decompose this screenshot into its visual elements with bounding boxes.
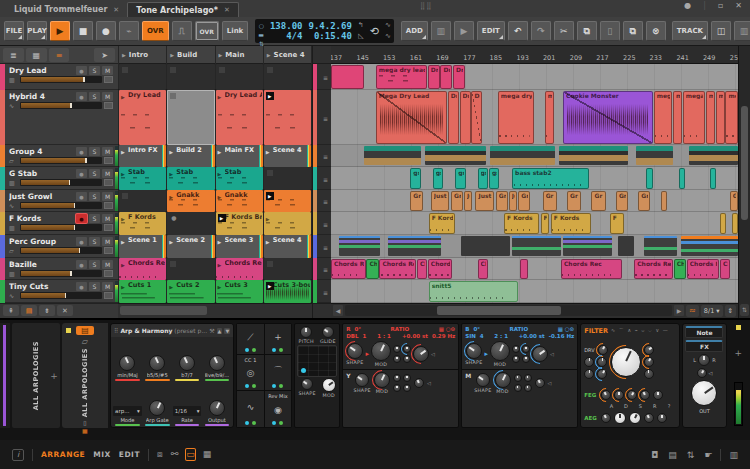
parameter-dropdown[interactable]: arp...▾ — [113, 406, 142, 416]
arranger-track-lane[interactable]: Mega Dry Lead Dr Dr Dr mega dry stilt m — [331, 90, 738, 145]
mute-button[interactable]: M — [102, 92, 113, 101]
solo-button[interactable]: S — [89, 66, 100, 75]
track-row[interactable]: Bazille S M ▥ — [0, 258, 118, 280]
clip-slot[interactable]: Chords Rec — [119, 258, 166, 280]
track-menu-icon[interactable]: ≡ — [323, 243, 328, 250]
arranger-clip[interactable]: F Kords — [429, 213, 455, 235]
aeg-knob[interactable] — [657, 413, 667, 423]
feg-knob[interactable] — [653, 390, 663, 400]
automation-write-button[interactable]: ⌁ — [119, 21, 139, 41]
clip-play-icon[interactable] — [218, 147, 222, 156]
clip-slot[interactable]: Scene 4 — [264, 235, 311, 258]
operator-ratio[interactable]: 2 : 1 — [488, 333, 515, 339]
clip-play-icon[interactable] — [121, 214, 125, 223]
clip-slot[interactable] — [264, 190, 311, 212]
sub-small-knob[interactable] — [514, 384, 522, 392]
maximize-icon[interactable]: ▫ — [718, 1, 723, 10]
arranger-clip[interactable]: Dr — [428, 65, 440, 90]
scrollbar-track[interactable] — [345, 305, 672, 316]
scene-launch-button[interactable]: Intro — [119, 46, 166, 64]
preset-down-icon[interactable]: ▼ — [224, 328, 230, 334]
clip-slot[interactable]: Stab — [216, 167, 263, 190]
arranger-clip[interactable]: Gr — [451, 191, 463, 212]
undo-button[interactable]: ↶ — [508, 21, 528, 41]
arranger-clip[interactable]: F Kords — [551, 213, 592, 235]
aeg-knob[interactable] — [601, 413, 611, 423]
clip-slot[interactable]: Build 2 — [167, 145, 214, 167]
arranger-clip[interactable]: gs — [433, 168, 444, 190]
controller-icon[interactable]: ⚯ — [171, 449, 179, 460]
clip-play-icon[interactable] — [218, 282, 222, 291]
volume-slider[interactable] — [20, 102, 102, 109]
folder-icon[interactable]: ▱ — [82, 337, 88, 346]
pan-knob[interactable] — [698, 354, 710, 366]
arranger-clip[interactable]: snitt5 — [429, 281, 519, 303]
scene-launch-button[interactable]: Build — [167, 46, 214, 64]
arranger-clip[interactable]: mega — [654, 91, 672, 145]
delete-button[interactable]: ⊗ — [646, 21, 666, 41]
scrollbar-thumb[interactable] — [120, 306, 207, 315]
arranger-clip[interactable] — [689, 146, 738, 165]
arranger-clip[interactable]: Ch — [674, 259, 686, 280]
follow-playback-button[interactable]: ▶ — [454, 21, 474, 41]
clip-slot[interactable] — [216, 64, 263, 90]
clip-slot[interactable]: Cuts 3-bou... — [264, 280, 311, 303]
clip-slot[interactable]: Gnakk — [167, 190, 214, 212]
track-strip-row[interactable]: ≡ — [313, 190, 331, 212]
arranger-clip[interactable]: mega dr — [683, 91, 705, 145]
record-arm-button[interactable] — [76, 214, 87, 223]
volume-slider[interactable] — [20, 270, 102, 277]
clip-play-icon[interactable] — [121, 147, 125, 156]
op-small-knob[interactable] — [512, 355, 520, 363]
info-icon[interactable]: i — [12, 449, 24, 461]
scroll-down-icon[interactable]: ⇟ — [39, 305, 55, 316]
arranger-clip[interactable]: Gr — [567, 191, 581, 212]
clip-slot[interactable] — [167, 258, 214, 280]
clip-play-icon[interactable] — [218, 192, 222, 201]
clip-play-icon[interactable] — [121, 282, 125, 291]
transport-display-column[interactable]: ↰ ◺ — [358, 20, 364, 42]
clip-slot[interactable] — [264, 64, 311, 90]
sub-mod-knob[interactable] — [495, 372, 511, 388]
track-menu-icon[interactable]: ≡ — [323, 266, 328, 273]
xy-pad[interactable] — [297, 345, 337, 377]
arranger-clip[interactable]: Dr — [460, 91, 471, 145]
arranger-clip[interactable]: m — [706, 91, 715, 145]
mixer-panel-button[interactable]: ▥ — [734, 21, 750, 41]
operator-mode[interactable]: DBL — [346, 333, 358, 339]
op-level-knob[interactable] — [532, 346, 548, 362]
punch-button[interactable]: ⎍ — [172, 21, 192, 41]
cutoff-knob[interactable] — [611, 347, 641, 377]
arranger-clip[interactable] — [461, 236, 510, 256]
edit-menu-button[interactable]: EDIT — [477, 21, 505, 41]
sub-small-knob[interactable] — [524, 374, 532, 382]
solo-button[interactable]: S — [89, 169, 100, 178]
arranger-clip[interactable]: Chords Rec — [331, 259, 366, 280]
wrench-icon[interactable]: ⚒ — [209, 327, 214, 334]
solo-button[interactable]: S — [89, 260, 100, 269]
io-panel-icon[interactable]: ⇅ — [687, 450, 695, 460]
track-strip-row[interactable]: ≡ — [313, 145, 331, 167]
sub-level-knob[interactable] — [535, 378, 545, 388]
arranger-clip[interactable]: Ch — [417, 259, 427, 280]
mixer-panel-icon[interactable]: ▥ — [729, 450, 738, 460]
arranger-clip[interactable]: F — [541, 213, 549, 235]
spacer[interactable] — [71, 48, 92, 62]
track-strip-row[interactable]: ≡ — [313, 212, 331, 235]
clip-slot[interactable]: Gnakk — [216, 190, 263, 212]
scroll-left-icon[interactable]: ◀ — [333, 305, 343, 316]
grid-resolution-select[interactable]: 8/1 ▾ — [701, 305, 723, 317]
keytrack-knob[interactable] — [644, 357, 654, 367]
mute-button[interactable]: M — [102, 66, 113, 75]
parameter-knob[interactable] — [149, 400, 165, 416]
track-list-menu-icon[interactable]: ≣ — [3, 48, 24, 62]
scene-launch-button[interactable]: Main — [216, 46, 263, 64]
arranger-clip[interactable] — [618, 236, 634, 256]
shape-knob[interactable] — [301, 378, 313, 390]
arranger-clip[interactable] — [563, 236, 612, 256]
clip-slot[interactable]: Cuts 1 — [119, 280, 166, 303]
device-chain-header[interactable]: ▤ ▱ ALL ARPOLOGIES ▯ ▦ — [62, 323, 108, 428]
clip-play-icon[interactable] — [218, 260, 222, 269]
track-menu-icon[interactable]: ≡ — [323, 175, 328, 182]
parameter-knob[interactable] — [179, 355, 195, 371]
